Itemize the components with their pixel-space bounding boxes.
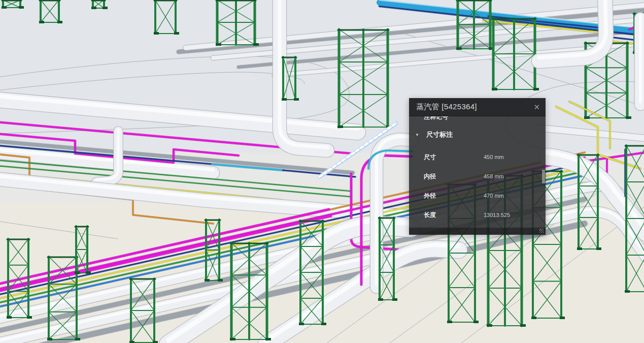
property-label: 尺寸: [409, 153, 484, 162]
property-list: 尺寸450 mm内径458 mm外径470 mm长度13013.525: [409, 143, 546, 225]
property-value: 458 mm: [484, 173, 504, 179]
property-row: 尺寸450 mm: [409, 147, 546, 167]
scrollbar-thumb[interactable]: [542, 170, 545, 183]
model-viewport[interactable]: [0, 0, 644, 343]
properties-panel: 蒸汽管 [5425364] ✕ 注释记号 ▼ 尺寸标注 尺寸450 mm内径45…: [409, 98, 546, 235]
section-header-dimensions[interactable]: ▼ 尺寸标注: [409, 126, 546, 143]
resize-handle-icon[interactable]: [539, 229, 544, 233]
property-label: 外径: [409, 192, 484, 200]
collapse-arrow-icon: ▼: [409, 133, 426, 137]
property-value: 450 mm: [484, 154, 504, 160]
clipped-property-row: 注释记号: [409, 116, 546, 123]
section-label: 尺寸标注: [426, 130, 453, 139]
panel-body: 注释记号 ▼ 尺寸标注 尺寸450 mm内径458 mm外径470 mm长度13…: [409, 116, 546, 228]
property-label: 长度: [409, 211, 484, 220]
close-icon[interactable]: ✕: [533, 103, 540, 111]
panel-title: 蒸汽管 [5425364]: [409, 102, 477, 112]
property-value: 470 mm: [484, 193, 504, 199]
property-row: 内径458 mm: [409, 167, 546, 186]
panel-header[interactable]: 蒸汽管 [5425364] ✕: [409, 98, 546, 116]
property-value: 13013.525: [484, 212, 510, 218]
panel-footer: [409, 228, 546, 235]
property-label: 内径: [409, 172, 484, 181]
property-row: 外径470 mm: [409, 186, 546, 205]
property-row: 长度13013.525: [409, 205, 546, 225]
bim-viewer: 蒸汽管 [5425364] ✕ 注释记号 ▼ 尺寸标注 尺寸450 mm内径45…: [0, 0, 644, 343]
